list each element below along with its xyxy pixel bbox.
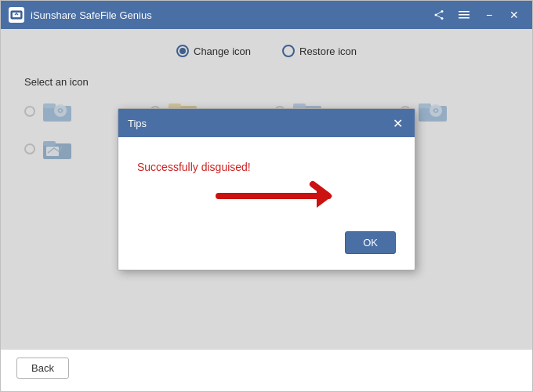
main-window: iSunshare SafeFile Genius − ✕ [0, 0, 533, 392]
modal-footer: OK [118, 231, 415, 270]
close-button[interactable]: ✕ [504, 5, 524, 25]
svg-marker-39 [317, 184, 332, 208]
share-button[interactable] [429, 5, 449, 25]
svg-rect-9 [459, 17, 470, 19]
modal-overlay: Tips ✕ Successfully disguised! OK [1, 29, 532, 350]
app-icon [9, 7, 24, 23]
modal-message: Successfully disguised! [137, 161, 396, 173]
app-title: iSunshare SafeFile Genius [31, 9, 429, 21]
modal-title: Tips [128, 118, 147, 129]
back-button[interactable]: Back [16, 358, 69, 379]
svg-line-5 [436, 12, 442, 16]
modal-close-button[interactable]: ✕ [390, 115, 405, 131]
window-controls: − ✕ [429, 5, 524, 25]
tips-modal: Tips ✕ Successfully disguised! OK [118, 108, 415, 270]
svg-rect-8 [459, 14, 470, 16]
minimize-button[interactable]: − [479, 5, 499, 25]
arrow-container [118, 176, 352, 216]
modal-body: Successfully disguised! [118, 137, 415, 231]
main-content: Change icon Restore icon Select an icon [1, 29, 532, 350]
svg-rect-7 [459, 11, 470, 13]
menu-button[interactable] [454, 5, 474, 25]
titlebar: iSunshare SafeFile Genius − ✕ [1, 1, 532, 29]
modal-header: Tips ✕ [118, 109, 415, 137]
ok-button[interactable]: OK [345, 231, 396, 254]
svg-line-6 [436, 15, 442, 19]
bottom-bar: Back [1, 350, 532, 391]
